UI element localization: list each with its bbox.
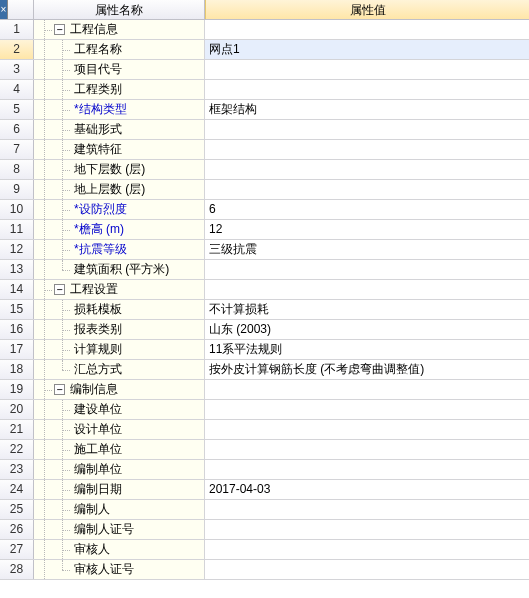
property-value-cell[interactable]: 12 — [205, 220, 529, 239]
property-row[interactable]: 2工程名称网点1 — [0, 40, 529, 60]
property-value-cell[interactable] — [205, 260, 529, 279]
property-name-cell[interactable]: 汇总方式 — [34, 360, 205, 379]
property-name-cell[interactable]: 项目代号 — [34, 60, 205, 79]
property-value-cell[interactable] — [205, 460, 529, 479]
row-number: 28 — [0, 560, 34, 579]
property-name-cell[interactable]: −工程信息 — [34, 20, 205, 39]
property-value-cell[interactable] — [205, 520, 529, 539]
property-name-cell[interactable]: *设防烈度 — [34, 200, 205, 219]
collapse-icon[interactable]: − — [54, 284, 65, 295]
property-value-cell[interactable] — [205, 140, 529, 159]
property-row[interactable]: 28审核人证号 — [0, 560, 529, 580]
property-name-cell[interactable]: 工程名称 — [34, 40, 205, 59]
property-value-cell[interactable] — [205, 120, 529, 139]
property-value-cell[interactable]: 网点1 — [205, 40, 529, 59]
property-row[interactable]: 15损耗模板不计算损耗 — [0, 300, 529, 320]
panel-close-button[interactable]: × — [0, 0, 8, 19]
property-value-cell[interactable] — [205, 60, 529, 79]
property-name-cell[interactable]: −编制信息 — [34, 380, 205, 399]
property-name-cell[interactable]: 建筑面积 (平方米) — [34, 260, 205, 279]
row-number: 7 — [0, 140, 34, 159]
property-value-cell[interactable] — [205, 440, 529, 459]
property-name-cell[interactable]: 建设单位 — [34, 400, 205, 419]
property-name-label: 建设单位 — [72, 401, 122, 418]
row-number: 23 — [0, 460, 34, 479]
property-row[interactable]: 6基础形式 — [0, 120, 529, 140]
property-row[interactable]: 7建筑特征 — [0, 140, 529, 160]
property-value-cell[interactable] — [205, 80, 529, 99]
row-number: 27 — [0, 540, 34, 559]
property-name-cell[interactable]: 编制日期 — [34, 480, 205, 499]
property-value-cell[interactable] — [205, 560, 529, 579]
property-name-cell[interactable]: 审核人 — [34, 540, 205, 559]
property-row[interactable]: 8地下层数 (层) — [0, 160, 529, 180]
property-name-label: 设计单位 — [72, 421, 122, 438]
property-name-cell[interactable]: 编制单位 — [34, 460, 205, 479]
property-name-cell[interactable]: 审核人证号 — [34, 560, 205, 579]
property-row[interactable]: 5*结构类型框架结构 — [0, 100, 529, 120]
property-name-cell[interactable]: *檐高 (m) — [34, 220, 205, 239]
property-value-cell[interactable]: 2017-04-03 — [205, 480, 529, 499]
property-row[interactable]: 24编制日期2017-04-03 — [0, 480, 529, 500]
property-value-cell[interactable]: 按外皮计算钢筋长度 (不考虑弯曲调整值) — [205, 360, 529, 379]
property-value-cell[interactable] — [205, 540, 529, 559]
property-row[interactable]: 4工程类别 — [0, 80, 529, 100]
property-row[interactable]: 17计算规则11系平法规则 — [0, 340, 529, 360]
property-name-cell[interactable]: 编制人 — [34, 500, 205, 519]
header-col-name[interactable]: 属性名称 — [34, 0, 205, 19]
property-name-label: 地上层数 (层) — [72, 181, 145, 198]
property-value-cell[interactable] — [205, 400, 529, 419]
property-name-cell[interactable]: 地下层数 (层) — [34, 160, 205, 179]
property-value-cell[interactable] — [205, 380, 529, 399]
property-row[interactable]: 26编制人证号 — [0, 520, 529, 540]
property-name-label: 工程名称 — [72, 41, 122, 58]
property-name-cell[interactable]: 计算规则 — [34, 340, 205, 359]
property-name-cell[interactable]: 编制人证号 — [34, 520, 205, 539]
property-name-cell[interactable]: *抗震等级 — [34, 240, 205, 259]
property-value-cell[interactable] — [205, 280, 529, 299]
collapse-icon[interactable]: − — [54, 384, 65, 395]
property-row[interactable]: 19−编制信息 — [0, 380, 529, 400]
property-name-cell[interactable]: 基础形式 — [34, 120, 205, 139]
property-name-cell[interactable]: 施工单位 — [34, 440, 205, 459]
property-row[interactable]: 1−工程信息 — [0, 20, 529, 40]
property-row[interactable]: 25编制人 — [0, 500, 529, 520]
property-row[interactable]: 21设计单位 — [0, 420, 529, 440]
property-value-cell[interactable]: 框架结构 — [205, 100, 529, 119]
property-row[interactable]: 22施工单位 — [0, 440, 529, 460]
property-name-cell[interactable]: 报表类别 — [34, 320, 205, 339]
property-row[interactable]: 23编制单位 — [0, 460, 529, 480]
property-row[interactable]: 20建设单位 — [0, 400, 529, 420]
row-number: 26 — [0, 520, 34, 539]
property-value-cell[interactable] — [205, 160, 529, 179]
property-row[interactable]: 10*设防烈度6 — [0, 200, 529, 220]
property-value-cell[interactable]: 11系平法规则 — [205, 340, 529, 359]
property-row[interactable]: 14−工程设置 — [0, 280, 529, 300]
property-row[interactable]: 18汇总方式按外皮计算钢筋长度 (不考虑弯曲调整值) — [0, 360, 529, 380]
property-name-cell[interactable]: 建筑特征 — [34, 140, 205, 159]
header-col-value[interactable]: 属性值 — [205, 0, 529, 19]
property-name-cell[interactable]: 损耗模板 — [34, 300, 205, 319]
property-name-cell[interactable]: *结构类型 — [34, 100, 205, 119]
property-value-cell[interactable]: 山东 (2003) — [205, 320, 529, 339]
property-value-cell[interactable] — [205, 420, 529, 439]
property-value-cell[interactable] — [205, 500, 529, 519]
property-row[interactable]: 27审核人 — [0, 540, 529, 560]
property-value-cell[interactable]: 三级抗震 — [205, 240, 529, 259]
property-value-cell[interactable] — [205, 20, 529, 39]
property-value-cell[interactable]: 6 — [205, 200, 529, 219]
property-row[interactable]: 13建筑面积 (平方米) — [0, 260, 529, 280]
property-row[interactable]: 9地上层数 (层) — [0, 180, 529, 200]
property-name-label: 建筑特征 — [72, 141, 122, 158]
property-row[interactable]: 16报表类别山东 (2003) — [0, 320, 529, 340]
collapse-icon[interactable]: − — [54, 24, 65, 35]
property-name-cell[interactable]: −工程设置 — [34, 280, 205, 299]
property-value-cell[interactable]: 不计算损耗 — [205, 300, 529, 319]
property-row[interactable]: 12*抗震等级三级抗震 — [0, 240, 529, 260]
property-row[interactable]: 3项目代号 — [0, 60, 529, 80]
property-value-cell[interactable] — [205, 180, 529, 199]
property-row[interactable]: 11*檐高 (m)12 — [0, 220, 529, 240]
property-name-cell[interactable]: 工程类别 — [34, 80, 205, 99]
property-name-cell[interactable]: 设计单位 — [34, 420, 205, 439]
property-name-cell[interactable]: 地上层数 (层) — [34, 180, 205, 199]
